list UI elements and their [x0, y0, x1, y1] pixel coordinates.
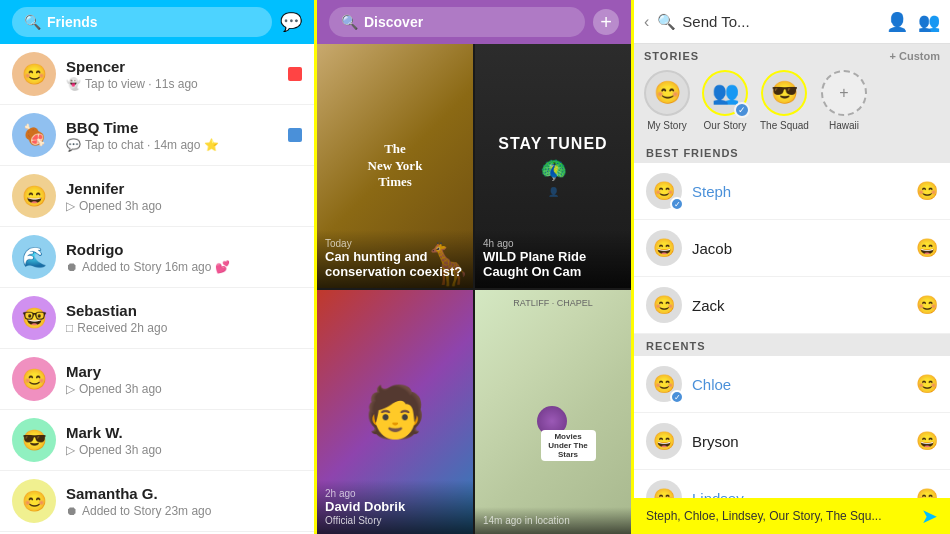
send-friend-avatar-chloe: 😊 ✓: [646, 366, 682, 402]
story-avatar-squad: 😎: [761, 70, 807, 116]
opened-icon: ▷: [66, 199, 75, 213]
discover-add-button[interactable]: +: [593, 9, 619, 35]
back-icon[interactable]: ‹: [644, 13, 649, 31]
send-friend-avatar-steph: 😊 ✓: [646, 173, 682, 209]
send-friend-avatar-bryson: 😄: [646, 423, 682, 459]
friends-list: 😊 Spencer 👻 Tap to view · 11s ago 🍖 BBQ …: [0, 44, 314, 534]
send-friend-name-jacob: Jacob: [692, 240, 906, 257]
send-bar-text: Steph, Chloe, Lindsey, Our Story, The Sq…: [646, 509, 881, 523]
friend-status-sebastian: □ Received 2h ago: [66, 321, 302, 335]
dobrik-person-illustration: 🧑: [364, 383, 426, 441]
friend-info-spencer: Spencer 👻 Tap to view · 11s ago: [66, 58, 278, 91]
best-friends-header: BEST FRIENDS: [634, 141, 950, 163]
friend-name-rodrigo: Rodrigo: [66, 241, 302, 258]
nbc-person-illustration: 👤: [542, 187, 565, 197]
discover-card-nbc[interactable]: STAY TUNED 🦚 👤 4h ago WILD Plane Ride Ca…: [475, 44, 631, 288]
nbc-overlay: 4h ago WILD Plane Ride Caught On Cam: [475, 230, 631, 288]
custom-story-button[interactable]: + Custom: [890, 50, 940, 62]
discover-card-map[interactable]: RATLIFF · CHAPEL Movies Under The Stars …: [475, 290, 631, 534]
opened3-icon: ▷: [66, 443, 75, 457]
map-overlay: 14m ago in location: [475, 507, 631, 534]
dobrik-title: David Dobrik: [325, 499, 465, 515]
send-arrow-icon[interactable]: ➤: [921, 504, 938, 528]
friends-title: Friends: [47, 14, 98, 30]
discover-card-dobrik[interactable]: 🧑 2h ago David Dobrik Official Story: [317, 290, 473, 534]
send-friend-item-jacob[interactable]: 😄 Jacob 😄: [634, 220, 950, 277]
story-item-squad[interactable]: 😎 The Squad: [760, 70, 809, 131]
friend-item-samantha[interactable]: 😊 Samantha G. ⏺ Added to Story 23m ago: [0, 471, 314, 532]
friend-item-markw[interactable]: 😎 Mark W. ▷ Opened 3h ago: [0, 410, 314, 471]
friend-item-sebastian[interactable]: 🤓 Sebastian □ Received 2h ago: [0, 288, 314, 349]
discover-header: 🔍 Discover +: [317, 0, 631, 44]
friend-name-bbq: BBQ Time: [66, 119, 278, 136]
send-search-bar[interactable]: 🔍 Send To...: [657, 13, 878, 31]
nbc-time: 4h ago: [483, 238, 623, 249]
story-avatar-wrapper-squad: 😎: [761, 70, 807, 116]
friend-avatar-spencer: 😊: [12, 52, 56, 96]
send-friend-avatar-jacob: 😄: [646, 230, 682, 266]
friend-info-samantha: Samantha G. ⏺ Added to Story 23m ago: [66, 485, 302, 518]
story2-icon: ⏺: [66, 504, 78, 518]
send-friend-name-chloe: Chloe: [692, 376, 906, 393]
friend-name-jennifer: Jennifer: [66, 180, 302, 197]
friend-name-samantha: Samantha G.: [66, 485, 302, 502]
friend-info-jennifer: Jennifer ▷ Opened 3h ago: [66, 180, 302, 213]
zack-emoji-badge: 😊: [916, 294, 938, 316]
story-item-hawaii[interactable]: + Hawaii: [821, 70, 867, 131]
friend-status-spencer: 👻 Tap to view · 11s ago: [66, 77, 278, 91]
friend-badge-bbq: [288, 128, 302, 142]
friend-badge-spencer: [288, 67, 302, 81]
recents-header: RECENTS: [634, 334, 950, 356]
add-friends-icon[interactable]: 👤: [886, 11, 908, 33]
friend-item-jennifer[interactable]: 😄 Jennifer ▷ Opened 3h ago: [0, 166, 314, 227]
nbc-title: WILD Plane Ride Caught On Cam: [483, 249, 623, 280]
story-avatar-hawaii: +: [821, 70, 867, 116]
heart-icon: 💕: [215, 260, 230, 274]
friend-avatar-rodrigo: 🌊: [12, 235, 56, 279]
friend-avatar-samantha: 😊: [12, 479, 56, 523]
friends-chat-icon[interactable]: 💬: [280, 11, 302, 33]
send-friend-item-lindsey[interactable]: 😊 ✓ Lindsey 😊: [634, 470, 950, 498]
send-bar[interactable]: Steph, Chloe, Lindsey, Our Story, The Sq…: [634, 498, 950, 534]
send-search-icon: 🔍: [657, 13, 676, 31]
send-friend-item-chloe[interactable]: 😊 ✓ Chloe 😊: [634, 356, 950, 413]
chloe-emoji-badge: 😊: [916, 373, 938, 395]
map-content: RATLIFF · CHAPEL Movies Under The Stars: [475, 290, 631, 534]
opened2-icon: ▷: [66, 382, 75, 396]
story-item-our[interactable]: 👥 ✓ Our Story: [702, 70, 748, 131]
send-to-title: Send To...: [682, 13, 749, 30]
send-friend-avatar-zack: 😊: [646, 287, 682, 323]
friend-item-bbq[interactable]: 🍖 BBQ Time 💬 Tap to chat · 14m ago ⭐: [0, 105, 314, 166]
friend-info-sebastian: Sebastian □ Received 2h ago: [66, 302, 302, 335]
story-label-hawaii: Hawaii: [829, 120, 859, 131]
send-friend-item-bryson[interactable]: 😄 Bryson 😄: [634, 413, 950, 470]
friend-item-rodrigo[interactable]: 🌊 Rodrigo ⏺ Added to Story 16m ago 💕: [0, 227, 314, 288]
story-item-my[interactable]: 😊 My Story: [644, 70, 690, 131]
story-check-our: ✓: [734, 102, 750, 118]
friend-status-samantha: ⏺ Added to Story 23m ago: [66, 504, 302, 518]
friend-avatar-mary: 😊: [12, 357, 56, 401]
nyt-overlay: Today Can hunting and conservation coexi…: [317, 230, 473, 288]
friend-status-rodrigo: ⏺ Added to Story 16m ago 💕: [66, 260, 302, 274]
stories-section-header: STORIES + Custom: [644, 50, 940, 62]
friends-header: 🔍 Friends 💬: [0, 0, 314, 44]
send-friend-name-lindsey: Lindsey: [692, 490, 906, 499]
friend-item-mary[interactable]: 😊 Mary ▷ Opened 3h ago: [0, 349, 314, 410]
story-label-squad: The Squad: [760, 120, 809, 131]
story-avatar-my: 😊: [644, 70, 690, 116]
friends-search-bar[interactable]: 🔍 Friends: [12, 7, 272, 37]
send-friend-item-steph[interactable]: 😊 ✓ Steph 😊: [634, 163, 950, 220]
recents-section: RECENTS 😊 ✓ Chloe 😊 😄 Bryson 😄 😊 ✓: [634, 334, 950, 498]
discover-search-bar[interactable]: 🔍 Discover: [329, 7, 585, 37]
send-friend-item-zack[interactable]: 😊 Zack 😊: [634, 277, 950, 334]
nbc-logo-icon: 🦚: [540, 157, 567, 183]
story-icon: ⏺: [66, 260, 78, 274]
group-icon[interactable]: 👥: [918, 11, 940, 33]
discover-card-nyt[interactable]: TheNew YorkTimes 🦒 Today Can hunting and…: [317, 44, 473, 288]
send-header: ‹ 🔍 Send To... 👤 👥: [634, 0, 950, 44]
lindsey-emoji-badge: 😊: [916, 487, 938, 498]
map-city-labels: RATLIFF · CHAPEL: [483, 298, 623, 308]
best-friends-section: BEST FRIENDS 😊 ✓ Steph 😊 😄 Jacob 😄 😊 Zac…: [634, 141, 950, 334]
friend-item-spencer[interactable]: 😊 Spencer 👻 Tap to view · 11s ago: [0, 44, 314, 105]
send-friend-avatar-lindsey: 😊 ✓: [646, 480, 682, 498]
